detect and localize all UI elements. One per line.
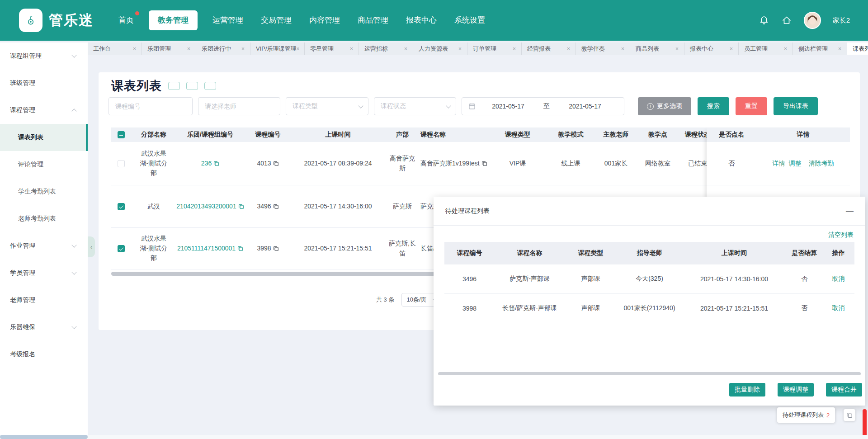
group-no-link[interactable]: 21051111471500001 [177, 244, 236, 254]
tab-close-icon[interactable] [350, 46, 353, 52]
tab[interactable]: 教学伴奏 [576, 42, 630, 55]
badge-count: 2 [826, 412, 830, 419]
main-menu-item[interactable]: 教务管理 [149, 10, 198, 30]
sidebar-item[interactable]: 乐器维保 [0, 314, 88, 341]
batch-delete-button[interactable]: 批量删除 [729, 383, 765, 397]
copy-icon[interactable] [213, 160, 219, 166]
tab-close-icon[interactable] [784, 46, 787, 52]
tab-close-icon[interactable] [404, 46, 407, 52]
sidebar-item[interactable]: 课表列表 [0, 124, 88, 151]
copy-icon[interactable] [238, 203, 244, 209]
home-icon[interactable] [781, 15, 792, 26]
tab-close-icon[interactable] [458, 46, 462, 52]
total-count: 共 3 条 [376, 296, 394, 304]
detail-link[interactable]: 详情 [773, 159, 785, 169]
tab[interactable]: 员工管理 [739, 42, 793, 55]
restore-panel-button[interactable] [844, 409, 855, 421]
tab[interactable]: 订单管理 [467, 42, 522, 55]
quick-filter-button[interactable] [186, 82, 198, 90]
sidebar-item[interactable]: 作业管理 [0, 232, 88, 260]
tab-close-icon[interactable] [513, 46, 516, 52]
course-merge-button[interactable]: 课程合并 [826, 383, 862, 397]
sidebar-item[interactable]: 老师管理 [0, 287, 88, 314]
tab[interactable]: VIP/乐理课管理 [250, 42, 305, 55]
cancel-link[interactable]: 取消 [832, 275, 845, 283]
clear-list-link[interactable]: 清空列表 [828, 231, 854, 239]
bell-icon[interactable] [759, 15, 769, 26]
tab-close-icon[interactable] [675, 46, 679, 52]
sidebar-collapse-handle[interactable]: ‹ [88, 236, 95, 257]
more-options-button[interactable]: 更多选项 [638, 97, 691, 115]
username[interactable]: 家长2 [833, 16, 850, 25]
tab[interactable]: 侧边栏管理 [793, 42, 847, 55]
tab-close-icon[interactable] [241, 46, 245, 52]
copy-icon[interactable] [273, 245, 279, 251]
copy-icon[interactable] [237, 245, 243, 251]
tab[interactable]: 零星管理 [305, 42, 359, 55]
main-menu-item[interactable]: 交易管理 [258, 10, 294, 30]
panel-scrollbar[interactable] [438, 372, 861, 375]
quick-filter-button[interactable] [204, 82, 216, 90]
tab[interactable]: 课表列表 [847, 42, 868, 55]
course-status-select[interactable]: 课程状态 [374, 97, 456, 115]
brand-name: 管乐迷 [49, 11, 94, 30]
copy-icon[interactable] [273, 203, 279, 209]
tab-close-icon[interactable] [567, 46, 570, 52]
reset-button[interactable]: 重置 [736, 97, 767, 115]
sidebar-item[interactable]: 老师考勤列表 [0, 205, 88, 232]
clear-attendance-link[interactable]: 清除考勤 [809, 159, 834, 169]
pending-courses-panel: 待处理课程列表 — 清空列表 课程编号 课程名称 课程类型 指导老师 上课时间 … [434, 197, 865, 406]
tab-close-icon[interactable] [730, 46, 733, 52]
minimize-icon[interactable]: — [846, 207, 854, 215]
main-menu-item[interactable]: 运营管理 [210, 10, 246, 30]
main-menu-item[interactable]: 内容管理 [307, 10, 343, 30]
quick-filter-button[interactable] [168, 82, 180, 90]
row-checkbox[interactable] [118, 160, 125, 167]
tab-close-icon[interactable] [621, 46, 624, 52]
sidebar-item[interactable]: 考级报名 [0, 341, 88, 368]
tab[interactable]: 经营报表 [522, 42, 576, 55]
course-adjust-button[interactable]: 课程调整 [778, 383, 814, 397]
sidebar-item[interactable]: 班级管理 [0, 70, 88, 97]
tab[interactable]: 工作台 [88, 42, 142, 55]
row-checkbox[interactable] [118, 245, 125, 252]
search-button[interactable]: 搜索 [698, 97, 729, 115]
adjust-link[interactable]: 调整 [789, 159, 802, 169]
sidebar-item[interactable]: 课程组管理 [0, 42, 88, 70]
group-no-link[interactable]: 21042013493200001 [176, 202, 236, 212]
main-menu-item[interactable]: 系统设置 [452, 10, 488, 30]
tab[interactable]: 乐团管理 [142, 42, 196, 55]
pending-list-badge[interactable]: 待处理课程列表 2 [777, 407, 835, 423]
user-avatar[interactable] [804, 12, 821, 29]
vertical-scrollbar-thumb[interactable] [863, 409, 867, 438]
teacher-input[interactable] [198, 97, 280, 115]
main-menu-item[interactable]: 首页 [116, 10, 137, 30]
course-type-select[interactable]: 课程类型 [286, 97, 368, 115]
date-range-picker[interactable]: 2021-05-17 至 2021-05-17 [462, 97, 624, 115]
main-menu-item[interactable]: 商品管理 [355, 10, 391, 30]
sidebar-item[interactable]: 学员管理 [0, 260, 88, 287]
course-no-input[interactable] [108, 97, 193, 115]
tab[interactable]: 商品列表 [630, 42, 684, 55]
tab[interactable]: 人力资源表 [413, 42, 467, 55]
tab-close-icon[interactable] [133, 46, 136, 52]
tab[interactable]: 乐团进行中 [196, 42, 250, 55]
sidebar-item[interactable]: 评论管理 [0, 151, 88, 178]
sidebar-item[interactable]: 学生考勤列表 [0, 178, 88, 205]
tab-close-icon[interactable] [187, 46, 190, 52]
tab[interactable]: 运营指标 [359, 42, 413, 55]
main-menu-item[interactable]: 报表中心 [403, 10, 439, 30]
tab[interactable]: 报表中心 [684, 42, 739, 55]
copy-icon[interactable] [273, 160, 279, 166]
row-checkbox[interactable] [118, 203, 125, 210]
export-button[interactable]: 导出课表 [774, 97, 818, 115]
tab-close-icon[interactable] [838, 46, 841, 52]
horizontal-scrollbar[interactable] [0, 435, 868, 439]
copy-icon[interactable] [481, 160, 487, 166]
select-all-checkbox[interactable] [118, 131, 125, 138]
horizontal-scrollbar-thumb[interactable] [0, 435, 88, 439]
tab-close-icon[interactable] [297, 46, 300, 52]
sidebar-item[interactable]: 课程管理 [0, 97, 88, 124]
cancel-link[interactable]: 取消 [832, 304, 845, 312]
group-no-link[interactable]: 236 [201, 159, 212, 169]
